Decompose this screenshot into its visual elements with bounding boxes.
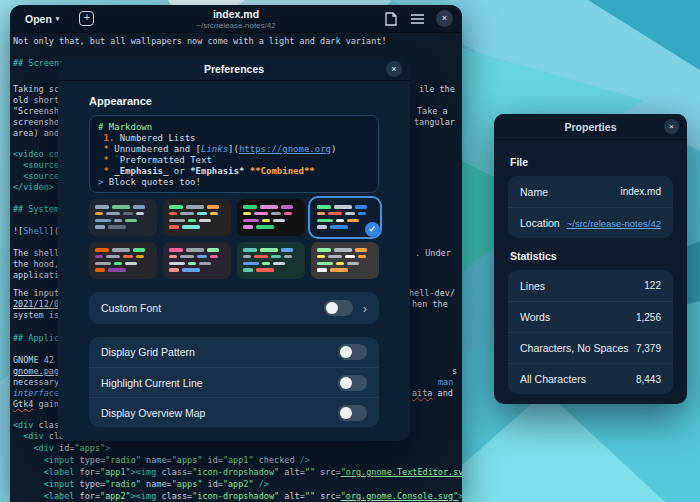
lines-label: Lines [520, 280, 545, 292]
code-line: hell-dev/ [409, 288, 455, 299]
code-line: <source [13, 171, 59, 182]
preferences-dialog: Preferences × Appearance # Markdown 1. N… [58, 58, 410, 441]
code-line: s [452, 366, 457, 377]
code-line: <label for="app1"><img class="icon-drops… [13, 467, 462, 478]
custom-font-label: Custom Font [101, 302, 161, 314]
code-line: "Screensho [13, 106, 64, 117]
style-scheme-swatch-4[interactable]: ✓ [311, 199, 379, 236]
toggle-knob [340, 346, 352, 358]
code-line: screenshot [13, 117, 64, 128]
style-scheme-grid: ✓ [89, 199, 379, 279]
style-scheme-swatch-3[interactable] [237, 199, 305, 236]
all-characters-label: All Characters [520, 373, 586, 385]
code-line: <div class [13, 420, 64, 431]
all-characters-value: 8,443 [636, 374, 661, 385]
new-tab-button[interactable]: + [79, 11, 94, 26]
style-scheme-swatch-8[interactable] [311, 242, 379, 279]
properties-title: Properties [565, 121, 617, 133]
appearance-section-label: Appearance [89, 95, 379, 107]
toggle-knob [340, 377, 352, 389]
titlebar: Open ▾ + index.md ~/src/release-notes/42… [10, 5, 462, 33]
stat-row-characters-no-spaces: Characters, No Spaces7,379 [508, 332, 673, 363]
chevron-right-icon: › [363, 302, 367, 315]
code-line: <source [13, 160, 59, 171]
statistics-section-label: Statistics [510, 250, 673, 262]
highlight-current-line-label: Highlight Current Line [101, 377, 203, 389]
characters-no-spaces-value: 7,379 [636, 343, 661, 354]
name-value: index.md [620, 186, 661, 197]
code-line: <div id="apps"> [13, 443, 110, 454]
preview-line: 1. Numbered Lists [98, 133, 370, 144]
code-line: area) and [13, 128, 59, 139]
characters-no-spaces-label: Characters, No Spaces [520, 342, 629, 354]
toggle-row-display-overview-map: Display Overview Map [89, 397, 379, 427]
properties-header: Properties × [494, 114, 687, 140]
code-line: 2021/12/08 [13, 299, 64, 310]
properties-panel: Properties × File Nameindex.mdLocation~/… [494, 114, 687, 404]
window-title: index.md [196, 8, 275, 20]
markdown-preview: # Markdown 1. Numbered Lists * Unnumbere… [89, 115, 379, 193]
toggle-knob [340, 407, 352, 419]
code-line: . Under [415, 248, 451, 259]
file-card: Nameindex.mdLocation~/src/release-notes/… [508, 176, 673, 238]
code-line: The shell [13, 248, 59, 259]
code-line: old shortc [13, 95, 64, 106]
file-row-location: Location~/src/release-notes/42 [508, 207, 673, 238]
preview-line: # Markdown [98, 122, 370, 133]
chevron-down-icon: ▾ [56, 15, 60, 23]
toggle-knob [326, 302, 338, 314]
code-line: <label for="app2"><img class="icon-drops… [13, 491, 462, 502]
style-scheme-swatch-1[interactable] [89, 199, 157, 236]
lines-value: 122 [644, 280, 661, 291]
style-scheme-swatch-2[interactable] [163, 199, 231, 236]
open-button-label: Open [25, 13, 52, 25]
style-scheme-swatch-7[interactable] [237, 242, 305, 279]
location-value-link[interactable]: ~/src/release-notes/42 [567, 218, 661, 229]
code-line: Gtk4 gain [13, 399, 59, 410]
code-line: tangular [414, 117, 455, 128]
desktop: Open ▾ + index.md ~/src/release-notes/42… [0, 0, 700, 502]
code-line: the hood, [13, 259, 59, 270]
code-line: Taking scr [13, 84, 64, 95]
file-row-name: Nameindex.md [508, 176, 673, 207]
style-scheme-swatch-5[interactable] [89, 242, 157, 279]
display-grid-pattern-label: Display Grid Pattern [101, 346, 195, 358]
style-scheme-swatch-6[interactable] [163, 242, 231, 279]
custom-font-card: Custom Font › [89, 292, 379, 324]
preview-line: > Block quotes too! [98, 177, 370, 188]
custom-font-toggle[interactable] [324, 300, 353, 316]
code-line: ## System [13, 204, 59, 215]
code-line: </video> [13, 182, 54, 193]
code-line: Not only that, but all wallpapers now co… [13, 36, 387, 47]
display-overview-map-toggle[interactable] [338, 405, 367, 421]
display-grid-pattern-toggle[interactable] [338, 344, 367, 360]
file-section-label: File [510, 156, 673, 168]
open-button[interactable]: Open ▾ [19, 10, 65, 28]
preferences-close-button[interactable]: × [386, 61, 402, 77]
menu-icon[interactable] [410, 12, 424, 26]
code-line: <input type="radio" name="apps" id="app2… [13, 479, 269, 490]
highlight-current-line-toggle[interactable] [338, 375, 367, 391]
code-line: interface [13, 388, 59, 399]
code-line: GNOME 42 m [13, 355, 64, 366]
preferences-header: Preferences × [58, 58, 410, 81]
preferences-title: Preferences [204, 63, 264, 75]
custom-font-row[interactable]: Custom Font › [89, 292, 379, 324]
code-line: ## Screens [13, 58, 64, 69]
document-properties-icon[interactable] [384, 12, 398, 26]
code-line: ile the [419, 84, 455, 95]
stat-row-words: Words1,256 [508, 301, 673, 332]
code-line: man [438, 377, 453, 388]
code-line: ## Applica [13, 333, 64, 344]
properties-close-button[interactable]: × [664, 119, 679, 134]
display-overview-map-label: Display Overview Map [101, 407, 205, 419]
code-line: necessary [13, 377, 59, 388]
code-line: applicatio [13, 270, 64, 281]
preview-line: * `Preformatted Text` [98, 155, 370, 166]
toggle-row-highlight-current-line: Highlight Current Line [89, 367, 379, 397]
preview-line: * Unnumbered and [Links](https://gnome.o… [98, 144, 370, 155]
stat-row-all-characters: All Characters8,443 [508, 363, 673, 394]
words-value: 1,256 [636, 312, 661, 323]
window-close-button[interactable]: × [436, 10, 453, 27]
toggle-row-display-grid-pattern: Display Grid Pattern [89, 337, 379, 367]
